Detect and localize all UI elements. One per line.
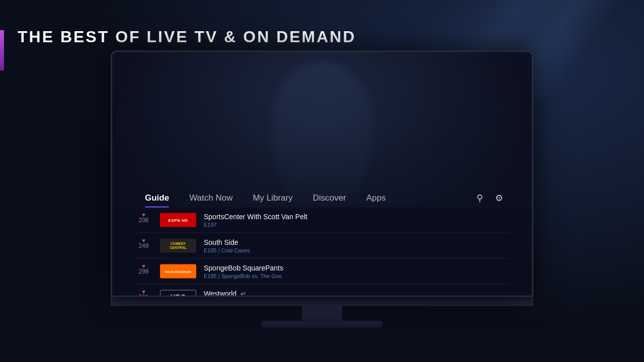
nav-item-watch-now[interactable]: Watch Now (179, 189, 243, 207)
channel-number: ♥ 501 (135, 294, 152, 297)
table-row[interactable]: ♥ 206 ESPN HD SportsCenter With Scott Va… (135, 208, 509, 233)
show-title: SpongeBob SquarePants (204, 264, 509, 272)
settings-icon[interactable]: ⚙ (489, 189, 509, 208)
show-episode: E185 | SpongeBob vs. The Goo (204, 273, 509, 279)
show-title: SportsCenter With Scott Van Pelt (204, 213, 509, 221)
guide-list: ♥ 206 ESPN HD SportsCenter With Scott Va… (112, 208, 532, 296)
table-row[interactable]: ♥ 501 HBO Westworld ↵ S2 E10 | The Passe… (135, 285, 509, 297)
favorite-icon: ♥ (142, 237, 145, 243)
search-icon[interactable]: ⚲ (470, 189, 489, 208)
page-title: THE BEST OF LIVE TV & ON DEMAND (18, 28, 356, 46)
show-info: South Side E105 | Cold Cases (204, 238, 509, 253)
tv-container: Guide Watch Now My Library Discover Apps… (111, 51, 533, 328)
channel-number: ♥ 249 (135, 242, 152, 249)
favorite-icon: ♥ (142, 289, 145, 295)
channel-logo-nick: nickelodeon (160, 264, 196, 279)
hero-figure (272, 62, 372, 203)
accent-bar (0, 30, 4, 70)
channel-logo-hbo: HBO (160, 290, 196, 297)
tv-stand-neck (302, 306, 342, 321)
show-info: SpongeBob SquarePants E185 | SpongeBob v… (204, 264, 509, 279)
channel-number: ♥ 299 (135, 268, 152, 275)
show-info: SportsCenter With Scott Van Pelt E197 (204, 213, 509, 228)
channel-logo-espn: ESPN HD (160, 213, 196, 227)
replay-icon: ↵ (240, 290, 247, 297)
show-title: South Side (204, 238, 509, 246)
favorite-icon: ♥ (142, 212, 145, 218)
channel-logo-comedy: COMEDYCENTRAL (160, 239, 196, 253)
tv-bezel-bottom (111, 297, 533, 306)
nav-item-apps[interactable]: Apps (356, 189, 396, 207)
tv-screen: Guide Watch Now My Library Discover Apps… (111, 51, 533, 297)
show-episode: E105 | Cold Cases (204, 247, 509, 253)
tv-stand-base (262, 321, 382, 328)
nav-item-discover[interactable]: Discover (303, 189, 356, 207)
tv-navigation: Guide Watch Now My Library Discover Apps… (112, 189, 532, 208)
table-row[interactable]: ♥ 249 COMEDYCENTRAL South Side E105 | Co… (135, 233, 509, 259)
channel-number: ♥ 206 (135, 217, 152, 224)
show-episode: E197 (204, 222, 509, 228)
show-title: Westworld ↵ (204, 290, 509, 297)
nav-item-guide[interactable]: Guide (135, 189, 179, 207)
table-row[interactable]: ♥ 299 nickelodeon SpongeBob SquarePants … (135, 259, 509, 285)
nav-item-my-library[interactable]: My Library (243, 189, 302, 207)
show-info: Westworld ↵ S2 E10 | The Passenger (204, 290, 509, 297)
favorite-icon: ♥ (142, 263, 145, 269)
